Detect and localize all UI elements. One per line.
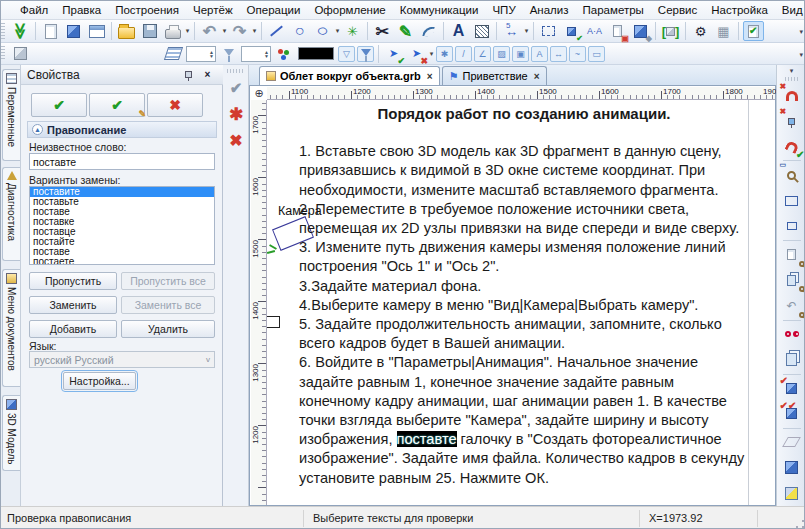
layers-icon[interactable] <box>163 44 184 64</box>
color-dropdown-icon[interactable]: ▽ <box>338 46 355 62</box>
resize-grip[interactable] <box>795 519 805 529</box>
delete-button[interactable]: Удалить <box>121 320 215 338</box>
3d-scene-icon[interactable] <box>10 44 31 64</box>
tab-document-1[interactable]: Облет вокруг объекта.grb × <box>259 66 440 85</box>
strip-grip[interactable] <box>227 69 243 73</box>
select-clear-icon[interactable]: ➤✖ <box>406 44 427 64</box>
pages-icon[interactable] <box>780 348 804 372</box>
redo-icon[interactable]: ↷ <box>229 21 250 41</box>
snap-pin-icon[interactable]: ✖ <box>780 109 804 133</box>
pin-icon[interactable] <box>180 67 197 83</box>
sidetab-variables[interactable]: Переменные <box>2 69 20 161</box>
toolbar-grip[interactable] <box>785 77 799 81</box>
new-document-icon[interactable] <box>40 21 61 41</box>
print-dropdown-icon[interactable]: ▾ <box>184 27 191 35</box>
fragment-icon[interactable] <box>538 21 559 41</box>
undo-icon[interactable]: ↶ <box>199 21 220 41</box>
selector-dropdown-icon[interactable]: ▾ <box>428 50 435 58</box>
sidetab-document-menu[interactable]: Меню документов <box>2 269 20 387</box>
menu-view[interactable]: Вид <box>775 2 805 18</box>
small-shape[interactable] <box>267 316 280 328</box>
menu-drawing[interactable]: Чертёж <box>186 2 240 18</box>
ellipse-tool-icon[interactable]: ○ <box>305 18 340 44</box>
ruler-origin-icon[interactable]: ⊕ <box>251 87 267 100</box>
render-icon[interactable]: ◆ <box>630 21 651 41</box>
spell-close-button[interactable]: ✖ <box>147 93 203 117</box>
copy-format-icon[interactable]: ▣ <box>607 21 628 41</box>
sel-text-filter-icon[interactable]: A <box>531 46 548 62</box>
node-tool-icon[interactable]: ✳ <box>342 21 363 41</box>
sel-symbol-filter-icon[interactable]: ▭ <box>588 46 605 62</box>
toolbar-overflow-icon[interactable]: ▾ <box>790 67 794 75</box>
toolbar-overflow-icon[interactable]: ▾ <box>799 51 803 59</box>
zoom-all-pages-icon[interactable] <box>780 269 804 293</box>
filter-list-icon[interactable] <box>357 46 374 62</box>
recheck-model-icon[interactable]: ✔✔ <box>780 402 804 426</box>
menu-edit[interactable]: Правка <box>55 2 108 18</box>
hide-elements-icon[interactable] <box>780 323 804 347</box>
spell-recheck-button[interactable]: ✔✎ <box>89 93 145 117</box>
sel-dimension-filter-icon[interactable]: ↔ <box>550 46 567 62</box>
layer-spinner[interactable]: ▲▼ <box>186 46 216 62</box>
dimension-tool-icon[interactable]: 5↔ <box>501 21 522 41</box>
leader-note-icon[interactable]: A·A <box>584 21 605 41</box>
customize-icon[interactable]: ⚙ <box>690 21 711 41</box>
toolbar-grip[interactable] <box>1 23 5 38</box>
hatch-tool-icon[interactable] <box>471 21 492 41</box>
spellcheck-icon[interactable]: ✔ <box>743 21 764 41</box>
sketch-tool-icon[interactable]: ✎ <box>395 21 416 41</box>
menu-settings[interactable]: Настройка <box>704 2 775 18</box>
materials-icon[interactable] <box>780 482 804 506</box>
colors-icon[interactable] <box>273 44 294 64</box>
skip-button[interactable]: Пропустить <box>29 272 117 290</box>
add-button[interactable]: Добавить <box>29 320 117 338</box>
menu-constructions[interactable]: Построения <box>108 2 186 18</box>
sel-hatch-filter-icon[interactable]: ▨ <box>493 46 510 62</box>
sidetab-diagnostics[interactable]: Диагностика <box>2 167 20 261</box>
menu-service[interactable]: Сервис <box>651 2 704 18</box>
new-3d-model-icon[interactable] <box>63 21 84 41</box>
suggestion-item[interactable]: постаете <box>30 257 214 265</box>
dimension-dropdown-icon[interactable]: ▾ <box>523 27 530 35</box>
collapse-icon[interactable]: ▲ <box>32 124 43 135</box>
command-list-icon[interactable]: ≫ <box>11 21 31 42</box>
menu-file[interactable]: Файл <box>13 2 55 18</box>
3d-view-icon[interactable] <box>780 456 804 480</box>
menu-operations[interactable]: Операции <box>240 2 308 18</box>
sel-fragment-filter-icon[interactable]: ▣ <box>512 46 529 62</box>
group-icon[interactable]: ✔ <box>561 21 582 41</box>
zoom-extents-icon[interactable] <box>780 214 804 238</box>
tab-close-icon[interactable]: × <box>425 71 433 82</box>
color-swatch[interactable] <box>296 44 336 64</box>
spinner-arrows-icon[interactable]: ▲▼ <box>209 50 215 58</box>
menu-cnc[interactable]: ЧПУ <box>485 2 522 18</box>
toolbar-grip[interactable] <box>1 46 5 61</box>
sel-route-filter-icon[interactable]: ~ <box>569 46 586 62</box>
calculator-icon[interactable]: ▦ <box>713 21 734 41</box>
layer-filter-icon[interactable] <box>218 44 239 64</box>
settings-button[interactable]: Настройка... <box>63 372 136 390</box>
menu-layout[interactable]: Оформление <box>307 2 392 18</box>
redo-dropdown-icon[interactable]: ▾ <box>251 27 258 35</box>
undo-dropdown-icon[interactable]: ▾ <box>221 27 228 35</box>
snap-node-icon[interactable]: ✖ <box>780 84 804 108</box>
assembly-icon[interactable]: [] <box>660 21 681 41</box>
spline-tool-icon[interactable] <box>418 21 439 41</box>
zoom-window-icon[interactable]: ▭ <box>780 163 804 187</box>
menu-parameters[interactable]: Параметры <box>576 2 651 18</box>
spinner-arrows-icon[interactable]: ▲▼ <box>264 50 270 58</box>
menu-communications[interactable]: Коммуникации <box>393 2 486 18</box>
drawing-canvas[interactable]: Камера Порядок работ по созданию анимаци… <box>267 100 775 505</box>
menu-analysis[interactable]: Анализ <box>523 2 576 18</box>
command-cancel-icon[interactable]: ✖ <box>226 129 246 151</box>
trim-tool-icon[interactable]: ✂ <box>372 21 393 41</box>
zoom-page-icon[interactable] <box>780 243 804 267</box>
spelling-section-header[interactable]: ▲ Правописание <box>27 121 217 138</box>
select-apply-icon[interactable]: ➤✔ <box>383 44 404 64</box>
sel-node-filter-icon[interactable]: ✱ <box>436 46 453 62</box>
suggestions-list[interactable]: поставите поставьте поставе поставке пос… <box>29 186 215 265</box>
new-window-icon[interactable] <box>86 21 107 41</box>
tab-document-2[interactable]: ⚑ Приветствие × <box>442 66 547 85</box>
command-params-icon[interactable]: ✱ <box>226 103 246 125</box>
toolbar-overflow-icon[interactable]: ▾ <box>799 28 803 36</box>
